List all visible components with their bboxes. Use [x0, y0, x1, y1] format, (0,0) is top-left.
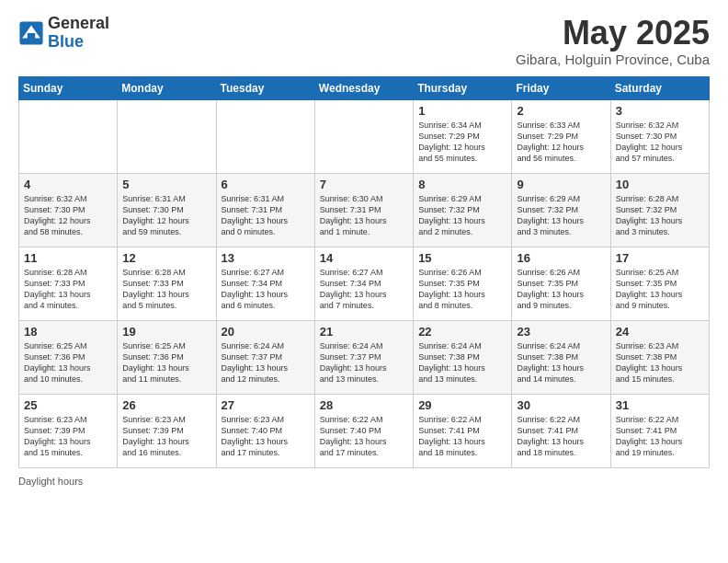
weekday-header-saturday: Saturday — [610, 76, 709, 99]
day-number: 23 — [517, 325, 605, 339]
day-info: Sunrise: 6:22 AM Sunset: 7:41 PM Dayligh… — [517, 414, 605, 459]
day-info: Sunrise: 6:25 AM Sunset: 7:36 PM Dayligh… — [24, 340, 112, 385]
calendar-title: May 2025 — [516, 15, 710, 52]
day-number: 25 — [24, 398, 112, 412]
weekday-header-wednesday: Wednesday — [314, 76, 413, 99]
day-number: 14 — [320, 251, 408, 265]
weekday-header-tuesday: Tuesday — [216, 76, 314, 99]
daylight-label: Daylight hours — [18, 476, 83, 487]
day-number: 10 — [616, 178, 704, 191]
day-number: 13 — [222, 251, 310, 265]
day-info: Sunrise: 6:23 AM Sunset: 7:38 PM Dayligh… — [616, 340, 704, 385]
week-row-4: 18Sunrise: 6:25 AM Sunset: 7:36 PM Dayli… — [19, 320, 710, 394]
calendar-cell: 13Sunrise: 6:27 AM Sunset: 7:34 PM Dayli… — [216, 247, 314, 320]
calendar-cell: 6Sunrise: 6:31 AM Sunset: 7:31 PM Daylig… — [216, 173, 314, 247]
logo-blue-text: Blue — [48, 33, 109, 52]
day-info: Sunrise: 6:24 AM Sunset: 7:38 PM Dayligh… — [418, 340, 506, 385]
day-number: 29 — [418, 398, 506, 412]
calendar-cell: 8Sunrise: 6:29 AM Sunset: 7:32 PM Daylig… — [414, 173, 512, 247]
day-info: Sunrise: 6:25 AM Sunset: 7:36 PM Dayligh… — [122, 340, 210, 385]
day-number: 20 — [222, 325, 310, 339]
svg-rect-2 — [28, 33, 35, 40]
day-info: Sunrise: 6:32 AM Sunset: 7:30 PM Dayligh… — [24, 193, 112, 238]
page: General Blue May 2025 Gibara, Holguin Pr… — [0, 0, 728, 563]
day-number: 18 — [24, 325, 112, 339]
day-number: 2 — [517, 104, 605, 118]
calendar-cell: 31Sunrise: 6:22 AM Sunset: 7:41 PM Dayli… — [610, 394, 709, 467]
day-number: 30 — [517, 398, 605, 412]
day-info: Sunrise: 6:34 AM Sunset: 7:29 PM Dayligh… — [418, 120, 506, 165]
day-number: 16 — [517, 251, 605, 265]
day-info: Sunrise: 6:31 AM Sunset: 7:31 PM Dayligh… — [222, 193, 310, 238]
day-number: 24 — [616, 325, 704, 339]
footer: Daylight hours — [18, 476, 710, 487]
calendar-cell: 16Sunrise: 6:26 AM Sunset: 7:35 PM Dayli… — [512, 247, 610, 320]
logo: General Blue — [18, 15, 109, 52]
calendar-cell: 30Sunrise: 6:22 AM Sunset: 7:41 PM Dayli… — [512, 394, 610, 467]
calendar-cell: 17Sunrise: 6:25 AM Sunset: 7:35 PM Dayli… — [610, 247, 709, 320]
calendar-cell: 24Sunrise: 6:23 AM Sunset: 7:38 PM Dayli… — [610, 320, 709, 394]
day-info: Sunrise: 6:30 AM Sunset: 7:31 PM Dayligh… — [320, 193, 408, 238]
day-number: 21 — [320, 325, 408, 339]
calendar-cell: 18Sunrise: 6:25 AM Sunset: 7:36 PM Dayli… — [19, 320, 118, 394]
calendar-cell: 12Sunrise: 6:28 AM Sunset: 7:33 PM Dayli… — [118, 247, 216, 320]
calendar-cell: 20Sunrise: 6:24 AM Sunset: 7:37 PM Dayli… — [216, 320, 314, 394]
calendar-cell: 1Sunrise: 6:34 AM Sunset: 7:29 PM Daylig… — [414, 99, 512, 173]
day-info: Sunrise: 6:28 AM Sunset: 7:32 PM Dayligh… — [616, 193, 704, 238]
day-info: Sunrise: 6:24 AM Sunset: 7:37 PM Dayligh… — [320, 340, 408, 385]
weekday-header-row: SundayMondayTuesdayWednesdayThursdayFrid… — [19, 76, 710, 99]
day-number: 7 — [320, 178, 408, 191]
day-number: 15 — [418, 251, 506, 265]
calendar-cell — [314, 99, 413, 173]
day-info: Sunrise: 6:24 AM Sunset: 7:37 PM Dayligh… — [222, 340, 310, 385]
day-info: Sunrise: 6:33 AM Sunset: 7:29 PM Dayligh… — [517, 120, 605, 165]
day-info: Sunrise: 6:27 AM Sunset: 7:34 PM Dayligh… — [320, 267, 408, 312]
calendar-cell: 3Sunrise: 6:32 AM Sunset: 7:30 PM Daylig… — [610, 99, 709, 173]
day-info: Sunrise: 6:29 AM Sunset: 7:32 PM Dayligh… — [418, 193, 506, 238]
week-row-5: 25Sunrise: 6:23 AM Sunset: 7:39 PM Dayli… — [19, 394, 710, 467]
day-number: 5 — [122, 178, 210, 191]
calendar-subtitle: Gibara, Holguin Province, Cuba — [516, 52, 710, 67]
calendar-cell: 9Sunrise: 6:29 AM Sunset: 7:32 PM Daylig… — [512, 173, 610, 247]
logo-general-text: General — [48, 15, 109, 33]
calendar-cell: 5Sunrise: 6:31 AM Sunset: 7:30 PM Daylig… — [118, 173, 216, 247]
weekday-header-monday: Monday — [118, 76, 216, 99]
logo-text: General Blue — [48, 15, 109, 52]
day-info: Sunrise: 6:32 AM Sunset: 7:30 PM Dayligh… — [616, 120, 704, 165]
week-row-2: 4Sunrise: 6:32 AM Sunset: 7:30 PM Daylig… — [19, 173, 710, 247]
calendar-cell: 2Sunrise: 6:33 AM Sunset: 7:29 PM Daylig… — [512, 99, 610, 173]
calendar-cell: 10Sunrise: 6:28 AM Sunset: 7:32 PM Dayli… — [610, 173, 709, 247]
calendar-cell: 26Sunrise: 6:23 AM Sunset: 7:39 PM Dayli… — [118, 394, 216, 467]
day-info: Sunrise: 6:29 AM Sunset: 7:32 PM Dayligh… — [517, 193, 605, 238]
day-number: 1 — [418, 104, 506, 118]
day-number: 4 — [24, 178, 112, 191]
day-info: Sunrise: 6:31 AM Sunset: 7:30 PM Dayligh… — [122, 193, 210, 238]
day-number: 26 — [122, 398, 210, 412]
calendar-cell — [118, 99, 216, 173]
day-info: Sunrise: 6:24 AM Sunset: 7:38 PM Dayligh… — [517, 340, 605, 385]
day-info: Sunrise: 6:22 AM Sunset: 7:40 PM Dayligh… — [320, 414, 408, 459]
calendar-cell: 11Sunrise: 6:28 AM Sunset: 7:33 PM Dayli… — [19, 247, 118, 320]
calendar-cell: 25Sunrise: 6:23 AM Sunset: 7:39 PM Dayli… — [19, 394, 118, 467]
week-row-1: 1Sunrise: 6:34 AM Sunset: 7:29 PM Daylig… — [19, 99, 710, 173]
day-info: Sunrise: 6:23 AM Sunset: 7:39 PM Dayligh… — [24, 414, 112, 459]
weekday-header-sunday: Sunday — [19, 76, 118, 99]
day-info: Sunrise: 6:25 AM Sunset: 7:35 PM Dayligh… — [616, 267, 704, 312]
logo-icon — [18, 20, 44, 46]
day-number: 11 — [24, 251, 112, 265]
calendar-cell: 29Sunrise: 6:22 AM Sunset: 7:41 PM Dayli… — [414, 394, 512, 467]
day-info: Sunrise: 6:22 AM Sunset: 7:41 PM Dayligh… — [418, 414, 506, 459]
day-number: 9 — [517, 178, 605, 191]
calendar-cell: 28Sunrise: 6:22 AM Sunset: 7:40 PM Dayli… — [314, 394, 413, 467]
calendar-cell: 19Sunrise: 6:25 AM Sunset: 7:36 PM Dayli… — [118, 320, 216, 394]
day-number: 3 — [616, 104, 704, 118]
day-number: 6 — [222, 178, 310, 191]
calendar-cell: 27Sunrise: 6:23 AM Sunset: 7:40 PM Dayli… — [216, 394, 314, 467]
week-row-3: 11Sunrise: 6:28 AM Sunset: 7:33 PM Dayli… — [19, 247, 710, 320]
day-number: 8 — [418, 178, 506, 191]
day-number: 17 — [616, 251, 704, 265]
day-info: Sunrise: 6:27 AM Sunset: 7:34 PM Dayligh… — [222, 267, 310, 312]
day-info: Sunrise: 6:28 AM Sunset: 7:33 PM Dayligh… — [122, 267, 210, 312]
calendar-cell: 7Sunrise: 6:30 AM Sunset: 7:31 PM Daylig… — [314, 173, 413, 247]
calendar-cell: 21Sunrise: 6:24 AM Sunset: 7:37 PM Dayli… — [314, 320, 413, 394]
